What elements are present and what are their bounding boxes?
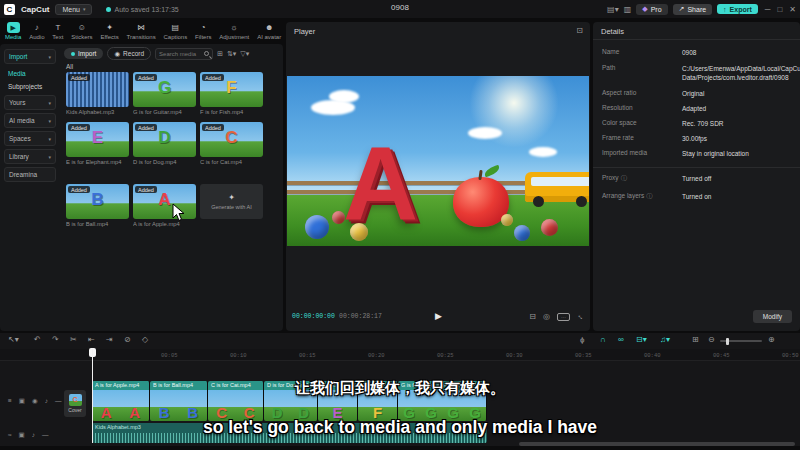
track-options-icon[interactable]: ≡ (8, 397, 12, 405)
timeline-zoom-slider[interactable] (720, 340, 762, 342)
media-item[interactable]: Added C (200, 122, 263, 157)
text-icon: T (55, 23, 60, 33)
collapse-icon[interactable]: — (55, 397, 62, 405)
sort-icon[interactable]: ⇅▾ (227, 50, 236, 58)
ratio-icon[interactable]: ⋯ (557, 313, 570, 321)
preview-axis-icon[interactable]: ⊟▾ (636, 335, 647, 344)
sidebar-item-import[interactable]: Import▾ (4, 49, 56, 64)
split-icon[interactable]: ✂ (70, 335, 77, 344)
sidebar-item-ai-media[interactable]: AI media▾ (4, 113, 56, 128)
detail-row-proxy: Proxyⓘ Turned off (602, 174, 792, 183)
media-item[interactable]: Added B (66, 184, 129, 219)
select-tool-icon[interactable]: ↖▾ (8, 335, 19, 344)
subtitle-english: so let's go back to media and only media… (203, 417, 597, 438)
export-icon: ↑ (723, 6, 727, 13)
player-options-icon[interactable]: ⊡ (576, 26, 583, 35)
search-input[interactable] (159, 51, 202, 57)
eye-icon[interactable]: ◉ (32, 397, 38, 405)
export-button[interactable]: ↑ Export (717, 4, 758, 14)
minimize-button[interactable]: ─ (765, 5, 771, 14)
waveform-icon[interactable]: ≈ (8, 431, 12, 439)
share-button[interactable]: ↗ Share (673, 4, 713, 15)
tab-media[interactable]: ▶Media (2, 22, 24, 40)
fullscreen-icon[interactable]: ↔ (575, 310, 587, 322)
chevron-down-icon: ▾ (48, 100, 51, 106)
voiceover-mic-icon[interactable]: ɸ (580, 335, 584, 344)
modify-button[interactable]: Modify (753, 310, 792, 323)
tab-transitions[interactable]: ⋈Transitions (124, 23, 159, 40)
redo-icon[interactable]: ↷ (52, 335, 59, 344)
record-button[interactable]: ◉Record (107, 47, 151, 60)
titlebar-right: ▤▾ ▥ ◆ Pro ↗ Share ↑ Export ─ □ ✕ (607, 0, 796, 18)
tracking-icon[interactable]: ◎ (543, 312, 550, 321)
video-preview[interactable]: A (287, 76, 589, 246)
pro-button[interactable]: ◆ Pro (636, 4, 667, 15)
timeline-clip-c[interactable]: C is for Cat.mp4 CC (208, 381, 264, 421)
zoom-in-icon[interactable]: ⊕ (768, 335, 775, 344)
tab-filters[interactable]: ◔Filters (192, 23, 214, 40)
tab-adjustment[interactable]: ☼Adjustment (216, 23, 252, 40)
tab-audio[interactable]: ♪Audio (26, 23, 47, 40)
tab-captions[interactable]: ▤Captions (161, 23, 191, 40)
media-item[interactable]: Added D (133, 122, 196, 157)
mute-icon[interactable]: ♪ (45, 397, 48, 405)
detail-row-imported-media: Imported mediaStay in original location (602, 149, 792, 158)
keyframe-icon[interactable]: ◇ (142, 335, 148, 344)
tab-effects[interactable]: ✦Effects (98, 23, 122, 40)
panel-adjust-icon[interactable]: ▥ (624, 5, 632, 14)
menu-button[interactable]: Menu ▾ (55, 4, 92, 15)
info-icon: ⓘ (646, 193, 652, 199)
diamond-icon: ◆ (642, 5, 647, 13)
tab-text[interactable]: TText (49, 23, 66, 40)
search-icon[interactable] (204, 51, 209, 56)
record-icon: ◉ (114, 50, 120, 58)
media-item-audio[interactable]: Added (66, 72, 129, 107)
zoom-out-icon[interactable]: ⊖ (708, 335, 715, 344)
generate-with-ai-tile[interactable]: ✦ Generate with AI (200, 184, 263, 219)
tab-ai-avatar[interactable]: ☻AI avatar (254, 23, 284, 40)
lock-icon[interactable]: ▣ (19, 397, 25, 405)
preview-quality-icon[interactable]: ⊟ (529, 312, 536, 321)
lock-icon[interactable]: ▣ (19, 431, 25, 439)
timeline-clip-b[interactable]: B is for Ball.mp4 BB (150, 381, 208, 421)
cover-button[interactable]: C Cover (64, 390, 86, 417)
media-item[interactable]: Added E (66, 122, 129, 157)
collapse-icon[interactable]: — (42, 431, 49, 439)
delete-right-icon[interactable]: ⇥ (106, 335, 113, 344)
delete-left-icon[interactable]: ⇤ (88, 335, 95, 344)
layout-toggle-icon[interactable]: ▤▾ (607, 5, 619, 14)
play-button[interactable]: ▶ (435, 311, 442, 321)
undo-icon[interactable]: ↶ (34, 335, 41, 344)
audio-levels-icon[interactable]: ♫▾ (660, 335, 670, 344)
maximize-button[interactable]: □ (777, 5, 782, 14)
timeline-ruler[interactable]: 00:05 00:10 00:15 00:20 00:25 00:30 00:3… (0, 349, 800, 361)
import-button[interactable]: Import (64, 48, 103, 59)
sidebar-item-yours[interactable]: Yours▾ (4, 95, 56, 110)
mute-icon[interactable]: ♪ (32, 431, 35, 439)
media-item[interactable]: Added G (133, 72, 196, 107)
media-search[interactable] (155, 48, 213, 60)
media-item[interactable]: Added A (133, 184, 196, 219)
timeline-clip-a[interactable]: A is for Apple.mp4 AA (92, 381, 150, 421)
grid-view-icon[interactable]: ⊞ (217, 50, 223, 58)
media-item[interactable]: Added F (200, 72, 263, 107)
zoom-slider-knob[interactable] (726, 338, 729, 345)
timeline-horizontal-scrollbar[interactable] (519, 442, 795, 446)
sidebar-item-library[interactable]: Library▾ (4, 149, 56, 164)
magnetic-snap-icon[interactable]: ∩ (600, 335, 606, 344)
tab-stickers[interactable]: ☺Stickers (68, 23, 95, 40)
detail-row-aspect-ratio: Aspect ratioOriginal (602, 89, 792, 98)
link-clips-icon[interactable]: ∞ (618, 335, 624, 344)
playhead-line[interactable] (92, 349, 93, 443)
sidebar-item-subprojects[interactable]: Subprojects (8, 83, 57, 90)
grid-icon[interactable]: ⊞ (692, 335, 699, 344)
detail-row-resolution: ResolutionAdapted (602, 104, 792, 113)
close-button[interactable]: ✕ (789, 5, 796, 14)
added-badge: Added (135, 74, 157, 81)
sidebar-item-spaces[interactable]: Spaces▾ (4, 131, 56, 146)
delete-icon[interactable]: ⊘ (124, 335, 131, 344)
filter-icon[interactable]: ▽▾ (240, 50, 249, 58)
added-badge: Added (68, 186, 90, 193)
sidebar-item-dreamina[interactable]: Dreamina (4, 167, 56, 182)
sidebar-item-media[interactable]: Media (8, 70, 57, 77)
